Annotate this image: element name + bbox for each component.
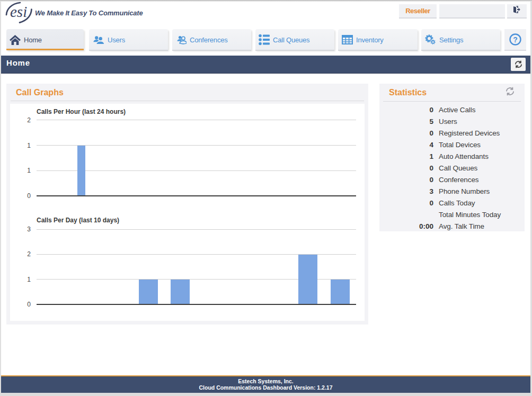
svg-text:esi: esi	[10, 3, 27, 20]
svg-text:?: ?	[513, 35, 518, 44]
